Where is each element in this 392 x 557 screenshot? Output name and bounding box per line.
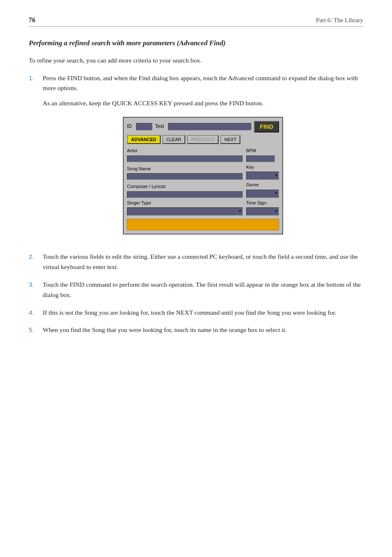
dialog-text-field[interactable] xyxy=(168,123,251,130)
composer-field-group: Composer / Lyricist xyxy=(127,183,243,198)
key-select-arrow: ▼ xyxy=(274,173,278,179)
songname-key-row: Song Name Key ▼ xyxy=(127,164,279,180)
songname-label: Song Name xyxy=(127,165,243,173)
step-5: 5. When you find the Song that you were … xyxy=(29,325,363,335)
step-2: 2. Touch the various fields to edit the … xyxy=(29,252,363,272)
composer-label: Composer / Lyricist xyxy=(127,183,243,190)
step-1-number: 1. xyxy=(29,73,39,245)
composer-genre-row: Composer / Lyricist Genre ▼ xyxy=(127,181,279,198)
dialog-id-label: ID xyxy=(127,123,132,130)
composer-input[interactable] xyxy=(127,191,243,198)
step-4-content: If this is not the Song you are looking … xyxy=(43,308,363,318)
bpm-field-group: BPM xyxy=(246,147,279,162)
step-5-text: When you find the Song that you were loo… xyxy=(43,326,287,333)
genre-label: Genre xyxy=(246,181,279,189)
step-1-text: Press the FIND button, and when the Find… xyxy=(43,74,358,92)
page-number: 76 xyxy=(29,16,35,24)
timesign-select[interactable]: ▼ xyxy=(246,207,279,216)
genre-select[interactable]: ▼ xyxy=(246,190,279,198)
step-1-extra: As an alternative, keep the QUICK ACCESS… xyxy=(43,98,363,109)
bpm-label: BPM xyxy=(246,147,279,155)
step-3: 3. Touch the FIND command to perform the… xyxy=(29,280,363,300)
step-3-number: 3. xyxy=(29,280,39,300)
genre-select-arrow: ▼ xyxy=(274,191,278,196)
singertype-label: Singer Type xyxy=(127,200,243,207)
singertype-timesign-row: Singer Type ▼ Time Sign. ▼ xyxy=(127,200,279,216)
step-1: 1. Press the FIND button, and when the F… xyxy=(29,73,363,245)
dialog-text-label: Text xyxy=(155,123,164,130)
artist-field-group: Artist xyxy=(127,147,243,162)
singertype-select-arrow: ▼ xyxy=(238,209,242,214)
timesign-field-group: Time Sign. ▼ xyxy=(246,200,279,216)
find-dialog-container: ID Text FIND ADVANCED CLEAR PREVIOUS NEX… xyxy=(43,117,363,234)
key-label: Key xyxy=(246,164,279,171)
step-1-content: Press the FIND button, and when the Find… xyxy=(43,73,363,245)
step-4: 4. If this is not the Song you are looki… xyxy=(29,308,363,318)
key-select[interactable]: ▼ xyxy=(246,172,279,180)
step-5-number: 5. xyxy=(29,325,39,335)
find-dialog: ID Text FIND ADVANCED CLEAR PREVIOUS NEX… xyxy=(123,117,283,234)
advanced-button[interactable]: ADVANCED xyxy=(127,135,161,144)
artist-input[interactable] xyxy=(127,155,243,162)
genre-field-group: Genre ▼ xyxy=(246,181,279,198)
section-heading: Performing a refined search with more pa… xyxy=(29,38,363,48)
step-2-number: 2. xyxy=(29,252,39,272)
step-3-text: Touch the FIND command to perform the se… xyxy=(43,281,361,298)
previous-button[interactable]: PREVIOUS xyxy=(187,135,219,144)
step-4-number: 4. xyxy=(29,308,39,318)
dialog-buttons-row: ADVANCED CLEAR PREVIOUS NEXT xyxy=(127,135,279,144)
step-5-content: When you find the Song that you were loo… xyxy=(43,325,363,335)
page-title: Part 6: The Library xyxy=(316,17,363,24)
step-2-text: Touch the various fields to edit the str… xyxy=(43,253,358,270)
step-4-text: If this is not the Song you are looking … xyxy=(43,309,337,316)
next-button[interactable]: NEXT xyxy=(220,135,240,144)
step-3-content: Touch the FIND command to perform the se… xyxy=(43,280,363,300)
singertype-select[interactable]: ▼ xyxy=(127,207,243,216)
timesign-select-arrow: ▼ xyxy=(274,209,278,214)
steps-list: 1. Press the FIND button, and when the F… xyxy=(29,73,363,336)
dialog-top-row: ID Text FIND xyxy=(127,121,279,132)
dialog-id-field[interactable] xyxy=(136,123,152,130)
page-header: 76 Part 6: The Library xyxy=(29,16,363,27)
songname-input[interactable] xyxy=(127,173,243,180)
artist-label: Artist xyxy=(127,147,243,155)
orange-result-box[interactable] xyxy=(127,219,279,230)
key-field-group: Key ▼ xyxy=(246,164,279,180)
timesign-label: Time Sign. xyxy=(246,200,279,207)
artist-bpm-row: Artist BPM xyxy=(127,147,279,162)
find-button[interactable]: FIND xyxy=(254,121,279,132)
bpm-input[interactable] xyxy=(246,155,275,162)
songname-field-group: Song Name xyxy=(127,165,243,180)
clear-button[interactable]: CLEAR xyxy=(162,135,186,144)
step-2-content: Touch the various fields to edit the str… xyxy=(43,252,363,272)
singertype-field-group: Singer Type ▼ xyxy=(127,200,243,216)
intro-text: To refine your search, you can add more … xyxy=(29,56,363,66)
